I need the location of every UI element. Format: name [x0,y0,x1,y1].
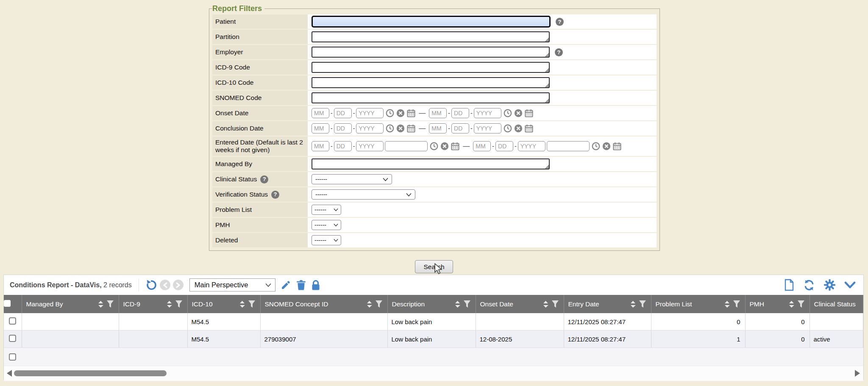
entered-end-mm-input[interactable] [473,141,491,151]
footer-row-checkbox[interactable] [9,353,16,361]
conclusion-start-dd-input[interactable] [334,123,352,133]
filter-icon[interactable] [733,300,740,308]
calendar-icon[interactable] [407,124,415,133]
calendar-icon[interactable] [525,109,533,117]
icd9-input[interactable] [312,62,550,73]
calendar-icon[interactable] [613,142,621,150]
pmh-select[interactable]: ------ [312,220,341,230]
select-all-checkbox[interactable] [4,300,11,307]
verification-status-help-icon[interactable]: ? [271,191,279,199]
filter-icon[interactable] [376,300,382,308]
clear-icon[interactable] [514,124,523,133]
edit-perspective-icon[interactable] [281,280,291,290]
conclusion-end-mm-input[interactable] [429,123,447,133]
calendar-icon[interactable] [525,124,533,133]
sort-icon[interactable] [167,300,172,308]
clinical-status-help-icon[interactable]: ? [260,175,268,183]
entered-start-yyyy-input[interactable] [356,141,384,151]
icd10-input[interactable] [312,77,550,88]
column-header-icd9[interactable]: ICD-9 [123,300,163,308]
sort-icon[interactable] [367,300,372,308]
previous-perspective-icon[interactable] [160,280,170,290]
sort-icon[interactable] [98,300,103,308]
column-header-icd10[interactable]: ICD-10 [192,300,236,308]
clear-icon[interactable] [602,142,611,150]
managed-by-input[interactable] [312,158,550,169]
employer-input[interactable] [312,47,550,58]
filter-icon[interactable] [639,300,646,308]
filter-icon[interactable] [464,300,470,308]
clear-icon[interactable] [514,109,523,117]
patient-help-icon[interactable]: ? [556,18,564,26]
filter-icon[interactable] [175,300,182,308]
row-checkbox[interactable] [9,335,16,342]
column-header-clinical-status[interactable]: Clinical Status [814,300,858,308]
entered-start-time-input[interactable] [385,141,428,151]
deleted-select[interactable]: ------ [312,235,341,245]
row-checkbox[interactable] [9,317,16,325]
scroll-right-arrow[interactable] [855,370,860,377]
next-perspective-icon[interactable] [173,280,184,290]
clock-icon[interactable] [386,109,394,117]
clock-icon[interactable] [504,109,512,117]
column-header-snomed[interactable]: SNOMED Concept ID [265,300,363,308]
onset-start-mm-input[interactable] [312,108,329,118]
column-header-pmh[interactable]: PMH [750,300,785,308]
onset-start-dd-input[interactable] [334,108,352,118]
filter-icon[interactable] [248,300,255,308]
employer-help-icon[interactable]: ? [555,48,563,56]
sort-icon[interactable] [789,300,794,308]
entered-start-dd-input[interactable] [334,141,352,151]
conclusion-start-mm-input[interactable] [312,123,329,133]
clear-icon[interactable] [396,124,405,133]
horizontal-scrollbar-thumb[interactable] [14,370,167,376]
perspective-select[interactable]: Main Perspective [189,278,275,292]
column-header-entry-date[interactable]: Entry Date [568,300,627,308]
sort-icon[interactable] [724,300,730,308]
calendar-icon[interactable] [451,142,459,150]
lock-perspective-icon[interactable] [311,280,320,291]
column-header-problem-list[interactable]: Problem List [656,300,721,308]
onset-end-mm-input[interactable] [429,108,447,118]
search-button[interactable]: Search [415,260,453,273]
entered-end-time-input[interactable] [547,141,590,151]
onset-start-yyyy-input[interactable] [356,108,384,118]
calendar-icon[interactable] [407,109,415,117]
clock-icon[interactable] [592,142,600,150]
onset-end-dd-input[interactable] [451,108,469,118]
collapse-chevron-icon[interactable] [844,281,856,289]
scroll-left-arrow[interactable] [7,370,12,377]
clock-icon[interactable] [430,142,438,150]
filter-icon[interactable] [798,300,804,308]
clock-icon[interactable] [386,124,394,133]
snomed-input[interactable] [312,92,550,103]
settings-gear-icon[interactable] [824,279,835,291]
entered-end-yyyy-input[interactable] [518,141,545,151]
conclusion-start-yyyy-input[interactable] [356,123,384,133]
verification-status-select[interactable]: ------ [312,189,415,200]
filter-icon[interactable] [552,300,559,308]
entered-start-mm-input[interactable] [312,141,329,151]
column-header-onset-date[interactable]: Onset Date [480,300,540,308]
clear-icon[interactable] [396,109,405,117]
filter-icon[interactable] [107,300,114,308]
problem-list-select[interactable]: ------ [312,205,341,215]
entered-end-dd-input[interactable] [495,141,513,151]
clock-icon[interactable] [504,124,512,133]
undo-icon[interactable] [146,279,157,291]
conclusion-end-yyyy-input[interactable] [474,123,501,133]
sort-icon[interactable] [455,300,460,308]
patient-input[interactable] [312,16,551,28]
horizontal-scrollbar[interactable] [4,366,863,381]
clinical-status-select[interactable]: ------ [312,174,392,184]
refresh-icon[interactable] [803,279,815,291]
delete-perspective-icon[interactable] [296,280,306,290]
partition-input[interactable] [312,31,550,42]
onset-end-yyyy-input[interactable] [474,108,501,118]
new-document-icon[interactable] [784,279,794,291]
sort-icon[interactable] [239,300,245,308]
sort-icon[interactable] [630,300,636,308]
conclusion-end-dd-input[interactable] [451,123,469,133]
sort-icon[interactable] [543,300,548,308]
clear-icon[interactable] [440,142,449,150]
